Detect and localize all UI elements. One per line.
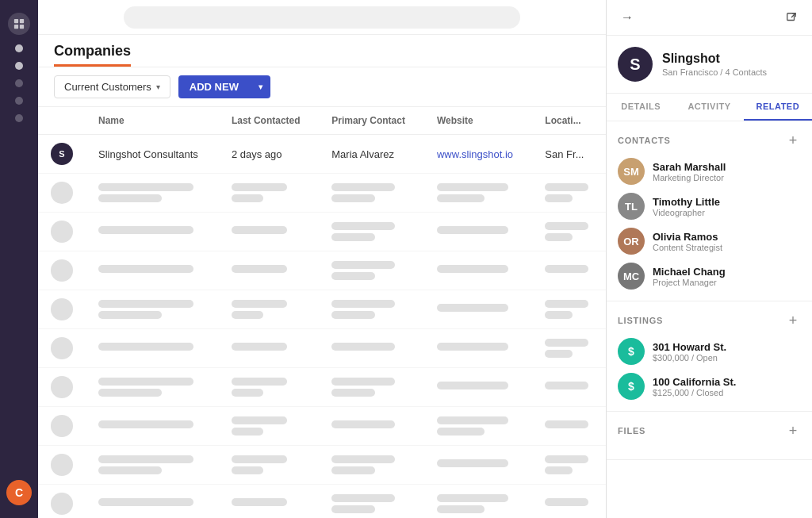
contact-role: Project Manager: [653, 278, 726, 287]
main-content: Companies Current Customers ▾ ADD NEW ▾ …: [38, 0, 606, 518]
placeholder-cell: [86, 290, 219, 329]
placeholder-cell: [86, 485, 219, 519]
listings-section: LISTINGS + $301 Howard St.$300,000 / Ope…: [607, 301, 812, 412]
tab-related[interactable]: RELATED: [744, 94, 812, 121]
placeholder-avatar: [51, 337, 73, 359]
col-website[interactable]: Website: [424, 107, 532, 135]
col-primary-contact[interactable]: Primary Contact: [319, 107, 424, 135]
contact-name: Sarah Marshall: [653, 161, 726, 173]
placeholder-cell: [424, 213, 532, 251]
chevron-down-icon: ▾: [156, 82, 160, 91]
table-row[interactable]: [38, 485, 606, 519]
placeholder-cell: [219, 251, 319, 290]
placeholder-cell: [532, 329, 606, 368]
panel-header: S Slingshot San Francisco / 4 Contacts: [607, 36, 812, 94]
placeholder-cell: [319, 251, 424, 290]
placeholder-avatar: [51, 493, 73, 515]
tab-activity[interactable]: ACTIVITY: [675, 94, 743, 121]
listing-item[interactable]: $301 Howard St.$300,000 / Open: [618, 338, 801, 365]
sidebar: C: [0, 0, 38, 518]
table-row[interactable]: [38, 251, 606, 290]
svg-rect-2: [14, 25, 18, 29]
placeholder-cell: [532, 213, 606, 251]
listing-address: 301 Howard St.: [653, 341, 726, 353]
contact-name: Olivia Ramos: [653, 231, 722, 243]
col-name[interactable]: Name: [86, 107, 219, 135]
contact-item[interactable]: OROlivia RamosContent Strategist: [618, 228, 801, 255]
contact-item[interactable]: SMSarah MarshallMarketing Director: [618, 158, 801, 185]
sidebar-nav-dot-5[interactable]: [15, 114, 23, 122]
contact-role: Videographer: [653, 208, 720, 217]
svg-rect-4: [787, 13, 795, 21]
listings-section-title: LISTINGS: [618, 316, 663, 325]
placeholder-cell: [86, 213, 219, 251]
add-new-button[interactable]: ADD NEW ▾: [178, 75, 270, 98]
placeholder-cell: [424, 485, 532, 519]
website-cell[interactable]: www.slingshot.io: [424, 135, 532, 174]
table-row[interactable]: [38, 329, 606, 368]
placeholder-cell: [219, 213, 319, 251]
svg-rect-1: [20, 19, 24, 23]
table-row[interactable]: S Slingshot Consultants 2 days ago Maria…: [38, 135, 606, 174]
panel-company-avatar: S: [618, 47, 653, 82]
sidebar-nav-dot-2[interactable]: [15, 62, 23, 70]
placeholder-cell: [532, 251, 606, 290]
listings-section-header: LISTINGS +: [618, 313, 801, 328]
files-section-title: FILES: [618, 426, 645, 436]
contact-avatar: SM: [618, 158, 645, 185]
placeholder-cell: [219, 446, 319, 485]
panel-company-sub: San Francisco / 4 Contacts: [662, 67, 767, 77]
table-row[interactable]: [38, 368, 606, 407]
search-bar[interactable]: [124, 6, 520, 29]
add-listing-button[interactable]: +: [785, 313, 801, 328]
tab-details[interactable]: DETAILS: [607, 94, 675, 121]
contact-item[interactable]: TLTimothy LittleVideographer: [618, 193, 801, 220]
placeholder-cell: [532, 290, 606, 329]
contact-item[interactable]: MCMichael ChangProject Manager: [618, 263, 801, 290]
placeholder-avatar: [51, 454, 73, 476]
sidebar-nav-dot-1[interactable]: [15, 44, 23, 52]
table-row[interactable]: [38, 446, 606, 485]
filter-button[interactable]: Current Customers ▾: [54, 75, 170, 98]
placeholder-avatar: [51, 259, 73, 282]
placeholder-avatar: [51, 298, 73, 320]
table-row[interactable]: [38, 290, 606, 329]
placeholder-cell: [319, 174, 424, 213]
contacts-section-title: CONTACTS: [618, 136, 671, 145]
add-file-button[interactable]: +: [785, 423, 801, 439]
placeholder-cell: [219, 407, 319, 446]
placeholder-cell: [86, 446, 219, 485]
table-row[interactable]: [38, 174, 606, 213]
placeholder-cell: [424, 407, 532, 446]
panel-back-icon[interactable]: →: [618, 8, 637, 27]
location-cell: San Fr...: [532, 135, 606, 174]
placeholder-cell: [86, 329, 219, 368]
contact-avatar: MC: [618, 263, 645, 290]
col-location[interactable]: Locati...: [532, 107, 606, 135]
placeholder-cell: [319, 407, 424, 446]
placeholder-cell: [424, 290, 532, 329]
panel-external-link-icon[interactable]: [782, 8, 801, 27]
placeholder-cell: [424, 329, 532, 368]
table-row[interactable]: [38, 213, 606, 251]
company-name: Slingshot Consultants: [86, 135, 219, 174]
listing-item[interactable]: $100 California St.$125,000 / Closed: [618, 373, 801, 400]
app-logo[interactable]: C: [6, 480, 32, 505]
listing-icon: $: [618, 373, 645, 400]
table-row[interactable]: [38, 407, 606, 446]
sidebar-nav-dot-3[interactable]: [15, 79, 23, 87]
primary-contact-cell: Maria Alvarez: [319, 135, 424, 174]
add-contact-button[interactable]: +: [785, 132, 801, 148]
contact-name: Timothy Little: [653, 196, 720, 208]
placeholder-cell: [86, 368, 219, 407]
filter-label: Current Customers: [64, 81, 151, 93]
placeholder-cell: [532, 446, 606, 485]
sidebar-icon-grid[interactable]: [8, 13, 30, 35]
col-last-contacted[interactable]: Last Contacted: [219, 107, 319, 135]
sidebar-nav-dot-4[interactable]: [15, 97, 23, 105]
placeholder-avatar: [51, 415, 73, 437]
company-avatar: S: [51, 143, 73, 165]
contacts-list: SMSarah MarshallMarketing DirectorTLTimo…: [618, 158, 801, 290]
placeholder-cell: [424, 174, 532, 213]
add-new-dropdown-icon[interactable]: ▾: [251, 77, 270, 97]
